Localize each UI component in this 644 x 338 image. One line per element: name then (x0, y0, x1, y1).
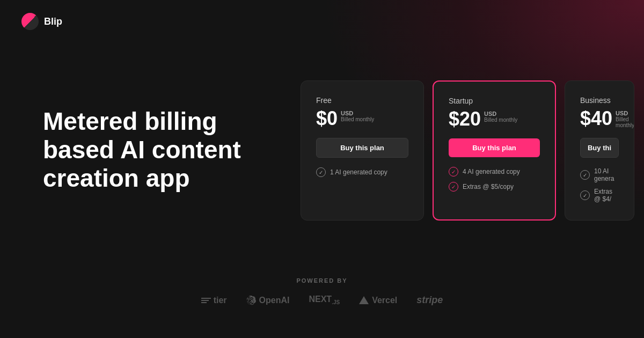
price-amount-business: $40 (580, 109, 612, 128)
feature-text-1: 4 AI generated copy (463, 168, 520, 175)
plan-name-startup: Startup (449, 97, 540, 105)
feature-text-2: Extras @ $4/ (594, 188, 619, 203)
pricing-card-free: Free $0 USD Billed monthly Buy this plan… (301, 80, 424, 221)
tier-icon (201, 298, 211, 303)
check-icon: ✓ (580, 170, 590, 180)
pricing-card-startup: Startup $20 USD Billed monthly Buy this … (433, 80, 556, 221)
check-icon-featured: ✓ (449, 182, 458, 192)
feature-text-1: 10 AI genera (594, 167, 619, 182)
pricing-section: Free $0 USD Billed monthly Buy this plan… (301, 80, 634, 221)
price-meta-business: USD Billed monthly (616, 109, 634, 128)
feature-text-2: Extras @ $5/copy (463, 183, 514, 190)
logo-icon (21, 13, 39, 30)
feature-list-startup: ✓ 4 AI generated copy ✓ Extras @ $5/copy (449, 167, 540, 192)
hero-title: Metered billing based AI content creatio… (43, 107, 290, 193)
price-billing-business: Billed monthly (616, 116, 634, 128)
feature-item: ✓ 10 AI genera (580, 167, 619, 182)
feature-item: ✓ 1 AI generated copy (316, 167, 408, 177)
feature-item: ✓ Extras @ $4/ (580, 188, 619, 203)
vercel-triangle-icon (359, 296, 369, 304)
openai-icon (246, 296, 256, 305)
feature-text: 1 AI generated copy (330, 168, 387, 176)
price-meta-startup: USD Billed monthly (484, 109, 517, 123)
tier-logo: tier (201, 296, 227, 305)
buy-btn-business[interactable]: Buy thi (580, 138, 619, 158)
pricing-card-business: Business $40 USD Billed monthly Buy thi … (565, 80, 634, 221)
plan-name-business: Business (580, 96, 619, 105)
hero-section: Metered billing based AI content creatio… (43, 107, 290, 193)
feature-list-free: ✓ 1 AI generated copy (316, 167, 408, 177)
price-billing-startup: Billed monthly (484, 117, 517, 123)
check-icon: ✓ (580, 190, 590, 200)
openai-brand-name: OpenAI (259, 296, 290, 305)
vercel-brand-name: Vercel (372, 296, 397, 305)
price-row-business: $40 USD Billed monthly (580, 109, 619, 128)
feature-item: ✓ 4 AI generated copy (449, 167, 540, 177)
plan-name-free: Free (316, 96, 408, 105)
feature-list-business: ✓ 10 AI genera ✓ Extras @ $4/ (580, 167, 619, 203)
openai-logo: OpenAI (246, 296, 290, 305)
tier-brand-name: tier (214, 296, 227, 305)
price-row-free: $0 USD Billed monthly (316, 109, 408, 128)
stripe-brand-name: stripe (416, 295, 443, 306)
price-amount-startup: $20 (449, 109, 481, 129)
nextjs-brand-name: NEXT.JS (309, 295, 340, 305)
header: Blip (21, 13, 62, 30)
feature-item: ✓ Extras @ $5/copy (449, 182, 540, 192)
price-currency-startup: USD (484, 111, 517, 117)
check-icon-featured: ✓ (449, 167, 458, 177)
powered-by-label: POWERED BY (296, 277, 347, 284)
price-currency-business: USD (616, 110, 634, 116)
powered-by-logos: tier OpenAI NEXT.JS Vercel stripe (201, 295, 443, 306)
vercel-logo: Vercel (359, 296, 397, 305)
price-currency-free: USD (341, 110, 374, 116)
price-billing-free: Billed monthly (341, 116, 374, 122)
buy-btn-free[interactable]: Buy this plan (316, 138, 408, 158)
app-name: Blip (44, 16, 62, 27)
buy-btn-startup[interactable]: Buy this plan (449, 138, 540, 157)
nextjs-logo: NEXT.JS (309, 295, 340, 305)
price-amount-free: $0 (316, 109, 338, 128)
powered-by-section: POWERED BY tier OpenAI NEXT.JS Vercel s (0, 277, 644, 306)
price-row-startup: $20 USD Billed monthly (449, 109, 540, 129)
check-icon: ✓ (316, 167, 326, 177)
price-meta-free: USD Billed monthly (341, 109, 374, 122)
stripe-logo: stripe (416, 295, 443, 306)
